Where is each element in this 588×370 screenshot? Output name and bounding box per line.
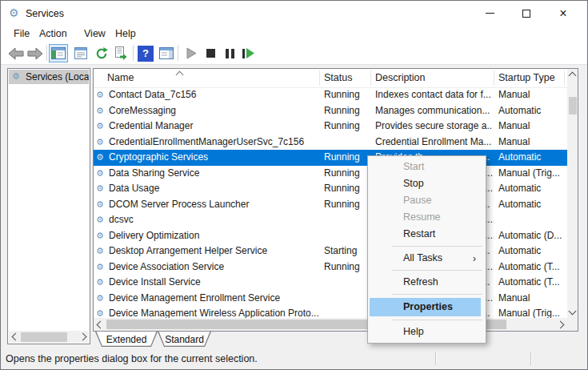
column-header-name[interactable]: Name — [107, 72, 134, 83]
description-fragment: .. — [485, 243, 498, 259]
scrollbar-thumb[interactable] — [21, 332, 67, 342]
scrollbar-thumb[interactable] — [569, 97, 577, 115]
service-name: DCOM Server Process Launcher — [109, 197, 318, 213]
tab-extended-label: Extended — [95, 332, 158, 347]
service-name: Cryptographic Services — [109, 150, 318, 166]
properties-icon — [74, 47, 87, 59]
table-row[interactable]: ⚙ Credential Manager Running Provides se… — [94, 119, 567, 135]
table-row[interactable]: ⚙ Device Management Wireless Application… — [94, 306, 567, 318]
context-menu-item-help[interactable]: Help — [368, 324, 486, 340]
service-name: Contact Data_7c156 — [109, 87, 318, 103]
description-fragment: ... — [485, 228, 498, 244]
properties-button[interactable] — [71, 44, 90, 62]
help-button[interactable]: ? — [136, 44, 155, 62]
service-startup-type: Manual — [498, 135, 567, 151]
back-button[interactable] — [6, 44, 26, 62]
service-startup-type: Manual — [498, 87, 567, 103]
service-startup-type: Automatic (D... — [498, 228, 567, 244]
services-list: ⚙ Contact Data_7c156 Running Indexes con… — [94, 87, 567, 318]
service-gear-icon: ⚙ — [96, 306, 108, 318]
service-description: Provides secure storage a... — [375, 119, 492, 135]
service-startup-type: Automatic — [498, 243, 567, 259]
table-row[interactable]: ⚙ Data Sharing Service Running ... Manua… — [94, 166, 567, 182]
tree-item-services-local[interactable]: ⚙ Services (Loca — [9, 70, 89, 84]
status-bar: Opens the properties dialog box for the … — [1, 348, 587, 370]
column-header-startup-type[interactable]: Startup Type — [498, 72, 555, 83]
table-row-selected[interactable]: ⚙ Cryptographic Services Running Provide… — [94, 150, 567, 166]
menu-help[interactable]: Help — [115, 28, 136, 39]
table-row[interactable]: ⚙ CoreMessaging Running Manages communic… — [94, 103, 567, 119]
show-console-tree-button[interactable] — [49, 44, 68, 62]
column-header-status[interactable]: Status — [324, 72, 352, 83]
service-startup-type: Manual (Trig... — [498, 166, 567, 182]
stop-service-button[interactable] — [201, 44, 220, 62]
context-menu-item-all-tasks[interactable]: All Tasks › — [368, 250, 486, 267]
context-menu-item-properties[interactable]: Properties — [370, 298, 481, 316]
context-menu-item-refresh[interactable]: Refresh — [368, 274, 486, 291]
context-menu-item-restart[interactable]: Restart — [368, 226, 486, 243]
table-row[interactable]: ⚙ Device Association Service Running ...… — [94, 259, 567, 275]
start-service-button[interactable] — [182, 44, 201, 62]
service-startup-type: Automatic (T... — [498, 275, 567, 291]
table-row[interactable]: ⚙ Contact Data_7c156 Running Indexes con… — [94, 87, 567, 103]
table-row[interactable]: ⚙ dcsvc ... — [94, 212, 567, 228]
description-fragment: ... — [485, 212, 498, 228]
tab-standard[interactable]: Standard — [158, 332, 211, 347]
service-gear-icon: ⚙ — [96, 181, 108, 197]
context-menu: Start Stop Pause Resume Restart All Task… — [367, 155, 486, 344]
service-gear-icon: ⚙ — [96, 243, 108, 259]
menu-action[interactable]: Action — [39, 28, 67, 39]
service-gear-icon: ⚙ — [96, 275, 108, 291]
list-header: Name Status Description Startup Type — [94, 69, 567, 88]
menu-view[interactable]: View — [84, 28, 106, 39]
description-fragment: .. — [485, 197, 498, 213]
maximize-button[interactable] — [508, 2, 545, 25]
services-gear-icon: ⚙ — [12, 71, 20, 82]
help-icon: ? — [138, 46, 154, 62]
tab-extended[interactable]: Extended — [95, 332, 158, 347]
minimize-button[interactable] — [471, 2, 508, 25]
service-name: Device Association Service — [109, 259, 318, 275]
column-divider[interactable] — [370, 70, 371, 86]
forward-button[interactable] — [26, 44, 45, 62]
service-name: Device Install Service — [109, 275, 318, 291]
list-vertical-scrollbar[interactable] — [567, 69, 578, 318]
close-button[interactable]: × — [545, 2, 582, 25]
column-divider[interactable] — [319, 70, 320, 86]
table-row[interactable]: ⚙ Device Install Service .. Automatic (T… — [94, 275, 567, 291]
table-row[interactable]: ⚙ Device Management Enrollment Service .… — [94, 291, 567, 307]
table-row[interactable]: ⚙ Delivery Optimization ... Automatic (D… — [94, 228, 567, 244]
context-menu-item-stop[interactable]: Stop — [368, 175, 486, 192]
scroll-left-button[interactable] — [9, 331, 19, 343]
pause-service-button[interactable] — [220, 44, 239, 62]
table-row[interactable]: ⚙ Desktop Arrangement Helper Service Sta… — [94, 243, 567, 259]
service-status: Running — [324, 259, 372, 275]
table-row[interactable]: ⚙ Data Usage Running ... Automatic — [94, 181, 567, 197]
table-row[interactable]: ⚙ CredentialEnrollmentManagerUserSvc_7c1… — [94, 135, 567, 151]
list-horizontal-scrollbar[interactable] — [94, 318, 567, 331]
export-list-button[interactable] — [111, 44, 130, 62]
service-startup-type: Automatic — [498, 197, 567, 213]
scroll-up-button[interactable] — [567, 69, 578, 80]
chevron-left-icon — [11, 333, 19, 341]
toolbar: ? — [1, 42, 587, 65]
show-action-pane-button[interactable] — [157, 44, 176, 62]
pause-icon — [226, 49, 234, 58]
scroll-left-button[interactable] — [94, 318, 105, 331]
tree-item-label: Services (Loca — [26, 71, 89, 82]
scroll-right-button[interactable] — [78, 331, 89, 343]
service-name: Desktop Arrangement Helper Service — [109, 243, 318, 259]
close-icon: × — [559, 7, 566, 20]
restart-service-button[interactable] — [239, 44, 258, 62]
column-divider[interactable] — [564, 70, 565, 86]
menu-file[interactable]: File — [14, 28, 30, 39]
scroll-right-button[interactable] — [556, 318, 567, 331]
table-row[interactable]: ⚙ DCOM Server Process Launcher Running .… — [94, 197, 567, 213]
context-menu-item-pause: Pause — [368, 192, 486, 209]
column-header-description[interactable]: Description — [375, 72, 426, 83]
console-tree-icon — [51, 47, 66, 59]
scroll-down-button[interactable] — [567, 307, 578, 318]
tree-horizontal-scrollbar[interactable] — [9, 331, 89, 343]
column-divider[interactable] — [494, 70, 494, 86]
refresh-button[interactable] — [92, 44, 111, 62]
